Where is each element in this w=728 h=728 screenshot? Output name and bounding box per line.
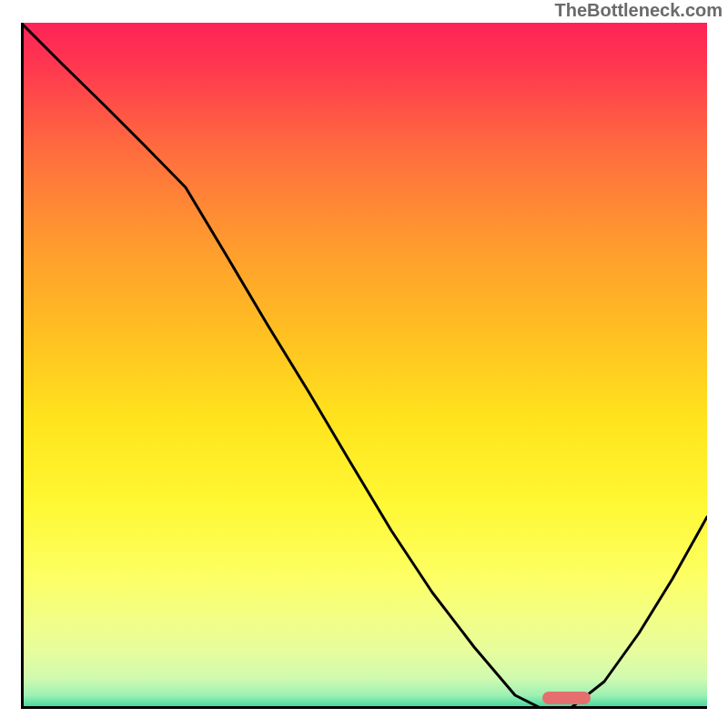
plot-area	[21, 23, 707, 709]
gradient-background	[21, 23, 707, 709]
optimal-range-marker	[542, 692, 591, 704]
watermark-text: TheBottleneck.com	[555, 0, 723, 21]
bottleneck-chart: TheBottleneck.com	[0, 0, 728, 728]
